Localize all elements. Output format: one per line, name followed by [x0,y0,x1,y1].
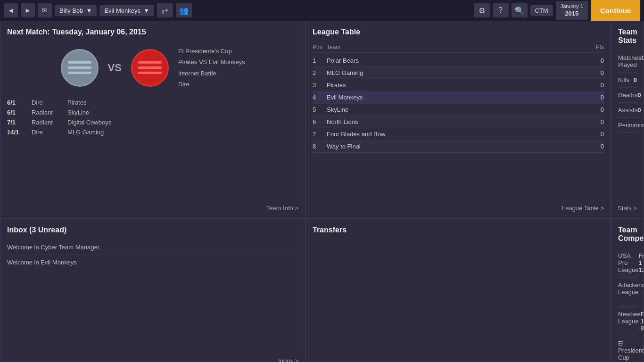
odds-row: 7/1 Radiant Digital Cowboys [7,117,298,127]
away-logo-line-3 [138,72,162,74]
stat-row: Deaths 0 [618,88,637,103]
team-stats-title: Team Stats [618,28,637,45]
league-pts: 0 [585,131,604,138]
match-cup: El Presidente's Cup [178,46,245,57]
league-pos: 3 [313,82,327,89]
league-team: North Lions [327,118,585,125]
away-logo-line-1 [138,61,162,64]
stat-value: 0 [637,91,641,99]
stats-panel: Team Stats Matches Played 0 Kills 0 Deat… [611,21,644,219]
odds-type: Radiant [32,109,60,116]
league-team: Four Blades and Bow [327,131,585,138]
stat-row: Pennants 21,221 [618,118,637,133]
match-info: El Presidente's Cup Pirates VS Evil Monk… [178,46,245,90]
odds-type: Radiant [32,119,60,126]
league-pos: 2 [313,69,327,76]
logo-line-3 [68,72,91,74]
main-grid: Next Match: Tuesday, January 06, 2015 VS… [0,21,644,362]
league-rows: 1 Polar Bears 0 2 MLG Gaming 0 3 Pirates… [313,55,604,153]
league-row[interactable]: 5 SkyLine 0 [313,104,604,116]
odds-value: 6/1 [7,109,24,116]
stat-value: 0 [641,54,644,68]
odds-team: MLG Gaming [67,129,104,136]
league-row[interactable]: 6 North Lions 0 [313,116,604,128]
ctm-label: CTM [530,5,553,16]
inbox-message[interactable]: Welcome in Evil Monkeys [7,255,298,270]
odds-row: 6/1 Dire Pirates [7,98,298,107]
manager-dropdown[interactable]: Billy Bob ▼ [55,5,97,16]
gear-button[interactable]: ⚙ [474,3,490,17]
date-line2: 2015 [561,10,583,18]
league-team: Pirates [327,82,585,89]
vs-text: VS [108,62,122,74]
help-button[interactable]: ? [493,3,509,17]
league-row[interactable]: 1 Polar Bears 0 [313,55,604,67]
inbox-messages: Welcome in Cyber Team ManagerWelcome in … [7,240,298,270]
league-header: Pos Team Pts [313,42,604,53]
inbox-message[interactable]: Welcome in Cyber Team Manager [7,240,298,255]
stat-row: Assists 0 [618,103,637,118]
comp-rows: USA Pro League From 1 to 12 Attackers Le… [618,248,637,362]
comp-name: El Presidente's Cup [618,340,644,361]
inbox-link[interactable]: Inbox > [278,357,298,362]
stat-label: Matches Played [618,54,641,68]
mail-button[interactable]: ✉ [38,3,52,17]
competition-row[interactable]: Newbee League From 1 to 8 [618,307,637,336]
league-row[interactable]: 3 Pirates 0 [313,79,604,91]
league-row[interactable]: 4 Evil Monkeys 0 [313,91,604,104]
league-pts: 0 [585,118,604,125]
transfers-panel: Transfers [305,219,611,362]
odds-value: 14/1 [7,129,24,136]
odds-value: 7/1 [7,119,24,126]
match-matchup: Pirates VS Evil Monkeys [178,57,245,67]
home-logo-lines [68,61,91,74]
odds-row: 6/1 Radiant SkyLine [7,107,298,117]
league-row[interactable]: 2 MLG Gaming 0 [313,67,604,79]
team-chevron: ▼ [143,7,149,14]
away-team-logo [131,49,169,87]
continue-button[interactable]: Continue [591,0,640,21]
odds-table: 6/1 Dire Pirates 6/1 Radiant SkyLine 7/1… [7,98,298,137]
comp-name: Newbee League [618,311,641,332]
competition-row[interactable]: El Presidente's Cup From 1 to 8 [618,336,637,362]
stat-label: Deaths [618,91,637,99]
league-pos: 6 [313,118,327,125]
comp-name: USA Pro League [618,252,638,273]
home-team-logo [61,49,99,87]
competition-row[interactable]: USA Pro League From 1 to 12 [618,248,637,278]
league-row[interactable]: 8 Way to Final 0 [313,140,604,153]
comp-name: Attackers League [618,281,644,303]
league-panel: League Table Pos Team Pts 1 Polar Bears … [305,21,611,219]
odds-row: 14/1 Dire MLG Gaming [7,127,298,137]
stat-label: Pennants [618,122,644,129]
league-pos: 4 [313,94,327,101]
competitions-panel: Team Competitions USA Pro League From 1 … [611,219,644,362]
competition-row[interactable]: Attackers League From 1 to 8 [618,278,637,307]
league-row[interactable]: 7 Four Blades and Bow 0 [313,128,604,140]
team-info-link[interactable]: Team Info > [266,205,298,212]
stat-value: 0 [634,76,637,83]
stats-link[interactable]: Stats > [618,205,637,212]
odds-value: 6/1 [7,99,24,106]
league-table-link[interactable]: League Table > [562,205,604,212]
match-center: VS El Presidente's Cup Pirates VS Evil M… [7,46,298,90]
forward-button[interactable]: ► [21,3,35,17]
team-dropdown[interactable]: Evil Monkeys ▼ [99,5,154,16]
league-team: SkyLine [327,106,585,113]
odds-team: SkyLine [67,109,89,116]
top-nav: ◄ ► ✉ Billy Bob ▼ Evil Monkeys ▼ ⇄ 👥 ⚙ ?… [0,0,644,21]
back-button[interactable]: ◄ [4,3,18,17]
competitions-title: Team Competitions [618,226,637,243]
search-button[interactable]: 🔍 [512,3,528,17]
league-pts: 0 [585,82,604,89]
switch-button[interactable]: ⇄ [157,3,173,17]
people-button[interactable]: 👥 [176,3,192,17]
logo-line-2 [68,66,91,69]
col-pts-header: Pts [585,44,604,50]
league-team: Polar Bears [327,57,585,64]
comp-range: From 1 to 12 [638,252,644,273]
match-battle: Internet Battle [178,68,245,79]
comp-range: From 1 to 8 [641,311,644,332]
league-team: Way to Final [327,143,585,150]
odds-type: Dire [32,99,60,106]
